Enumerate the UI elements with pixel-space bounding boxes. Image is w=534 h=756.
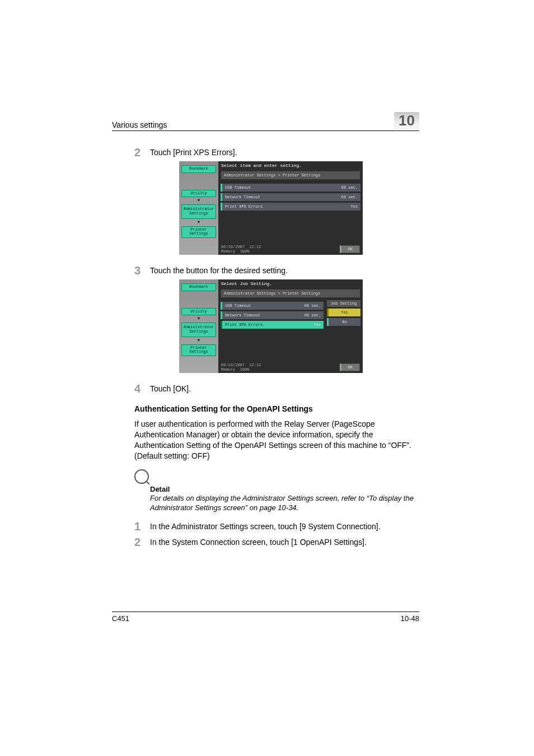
- step-text: In the System Connection screen, touch […: [150, 536, 367, 547]
- row-unit: sec.: [348, 185, 358, 190]
- row-unit: sec.: [311, 313, 321, 318]
- panel-time: 12:12: [249, 245, 261, 249]
- bookmark-button[interactable]: Bookmark: [181, 283, 216, 291]
- row-label: Network Timeout: [225, 195, 260, 199]
- footer-model: C451: [112, 614, 129, 623]
- job-setting-header: Job Setting: [327, 300, 360, 307]
- chevron-down-icon: ▼: [182, 220, 216, 225]
- row-value: Yes: [313, 323, 321, 327]
- step-text: In the Administrator Settings screen, to…: [150, 521, 381, 531]
- side-panel: Bookmark Utility ▼ Administrator Setting…: [179, 279, 218, 373]
- step-text: Touch the button for the desired setting…: [150, 265, 288, 275]
- page-footer: C451 10-48: [112, 612, 419, 623]
- row-value: Yes: [350, 204, 358, 209]
- step-3: 3 Touch the button for the desired setti…: [134, 265, 419, 276]
- side-panel: Bookmark Utility ▼ Administrator Setting…: [179, 161, 218, 255]
- memory-label: Memory: [221, 367, 235, 372]
- admin-settings-button[interactable]: Administrator Settings: [181, 323, 216, 337]
- instruction-text: Select item and enter setting.: [218, 161, 363, 170]
- row-unit: sec.: [348, 195, 358, 199]
- chevron-down-icon: ▼: [182, 316, 216, 321]
- step-text: Touch [Print XPS Errors].: [150, 147, 237, 157]
- step-1b: 1 In the Administrator Settings screen, …: [134, 521, 419, 532]
- chapter-number: 10: [394, 112, 419, 129]
- panel-footer: 06/19/2007 12:12Memory 100% OK: [218, 362, 363, 373]
- step-number: 2: [134, 147, 150, 158]
- usb-timeout-row[interactable]: USB Timeout60 sec.: [221, 184, 360, 192]
- row-label: USB Timeout: [225, 304, 251, 308]
- memory-label: Memory: [221, 249, 235, 254]
- step-2b: 2 In the System Connection screen, touch…: [134, 536, 419, 548]
- utility-button[interactable]: Utility: [181, 190, 216, 198]
- detail-callout: Detail For details on displaying the Adm…: [134, 469, 419, 513]
- panel-time: 12:12: [249, 363, 261, 367]
- print-xps-errors-row[interactable]: Print XPS ErrorsYes: [221, 203, 360, 211]
- subsection-heading: Authentication Setting for the OpenAPI S…: [134, 404, 419, 413]
- row-value: 60: [341, 195, 346, 199]
- step-text: Touch [OK].: [150, 383, 191, 393]
- memory-value: 100%: [240, 249, 250, 254]
- option-yes[interactable]: Yes: [327, 309, 360, 316]
- usb-timeout-row[interactable]: USB Timeout60 sec.: [221, 302, 324, 310]
- row-label: Print XPS Errors: [225, 204, 263, 209]
- panel-footer: 06/19/2007 12:12Memory 100% OK: [218, 244, 363, 255]
- row-value: 60: [305, 304, 309, 308]
- breadcrumb: Administrator Settings > Printer Setting…: [221, 171, 360, 180]
- printer-settings-button[interactable]: Printer Settings: [181, 226, 216, 238]
- step-2: 2 Touch [Print XPS Errors].: [134, 147, 419, 158]
- row-value: 60: [341, 185, 346, 190]
- row-label: Print XPS Errors: [225, 323, 263, 327]
- utility-button[interactable]: Utility: [181, 308, 216, 316]
- step-number: 3: [134, 265, 150, 276]
- footer-page: 10-48: [401, 614, 419, 623]
- network-timeout-row[interactable]: Network Timeout60 sec.: [221, 311, 324, 319]
- row-unit: sec.: [311, 304, 321, 308]
- print-xps-errors-row-selected[interactable]: Print XPS ErrorsYes: [221, 321, 324, 329]
- page-header: Various settings 10: [112, 112, 419, 131]
- row-label: USB Timeout: [225, 185, 251, 190]
- row-label: Network Timeout: [225, 313, 260, 318]
- chevron-down-icon: ▼: [182, 198, 216, 203]
- instruction-text: Select Job Setting.: [218, 279, 363, 288]
- bookmark-button[interactable]: Bookmark: [181, 165, 216, 173]
- step-4: 4 Touch [OK].: [134, 383, 419, 394]
- job-setting-panel: Job Setting Yes No: [327, 300, 360, 362]
- screenshot-2: Bookmark Utility ▼ Administrator Setting…: [179, 279, 363, 373]
- ok-button[interactable]: OK: [340, 363, 360, 371]
- memory-value: 100%: [240, 367, 250, 372]
- magnifier-icon: [134, 469, 149, 484]
- chevron-down-icon: ▼: [182, 338, 216, 343]
- body-paragraph: If user authentication is performed with…: [134, 419, 419, 461]
- detail-body: For details on displaying the Administra…: [150, 493, 419, 513]
- row-value: 60: [305, 313, 309, 318]
- detail-heading: Detail: [150, 485, 419, 493]
- panel-date: 06/19/2007: [221, 245, 245, 249]
- printer-settings-button[interactable]: Printer Settings: [181, 344, 216, 356]
- breadcrumb: Administrator Settings > Printer Setting…: [221, 289, 360, 298]
- step-number: 1: [134, 521, 150, 532]
- panel-date: 06/19/2007: [221, 363, 245, 367]
- section-title: Various settings: [112, 120, 167, 129]
- ok-button[interactable]: OK: [340, 245, 360, 253]
- step-number: 2: [134, 536, 150, 548]
- screenshot-1: Bookmark Utility ▼ Administrator Setting…: [179, 161, 363, 255]
- network-timeout-row[interactable]: Network Timeout60 sec.: [221, 193, 360, 201]
- admin-settings-button[interactable]: Administrator Settings: [181, 204, 216, 218]
- option-no[interactable]: No: [327, 318, 360, 326]
- step-number: 4: [134, 383, 150, 394]
